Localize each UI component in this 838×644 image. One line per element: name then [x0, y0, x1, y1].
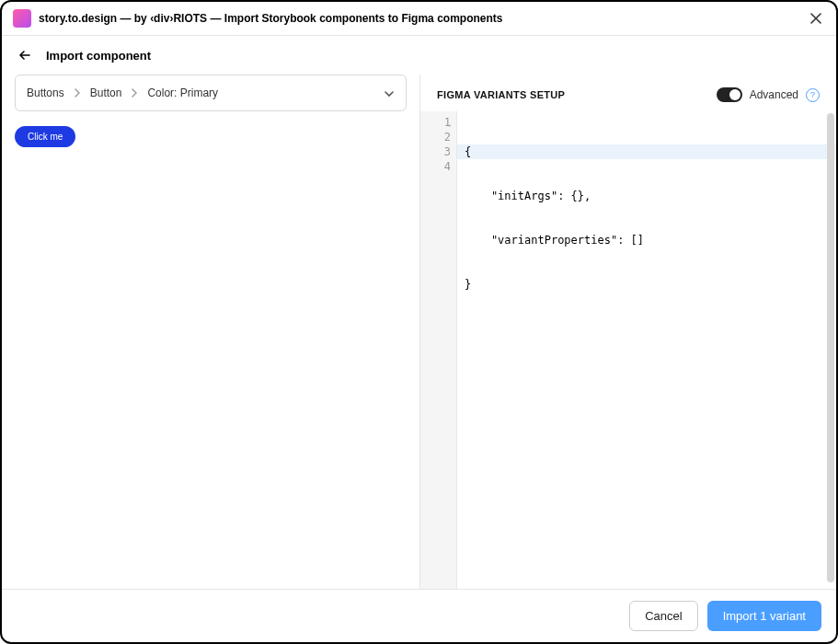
breadcrumb-item: Button — [90, 86, 122, 99]
close-icon — [809, 12, 822, 25]
close-button[interactable] — [807, 9, 825, 28]
code-editor[interactable]: 1⌄ 2 3 4 { "initArgs": {}, "variantPrope… — [420, 111, 836, 589]
help-button[interactable]: ? — [806, 88, 820, 102]
scrollbar[interactable] — [825, 111, 836, 589]
line-number: 2 — [420, 130, 451, 144]
page-title: Import component — [46, 49, 151, 63]
left-panel: Buttons Button Color: Primary Click me — [2, 75, 420, 589]
preview-button[interactable]: Click me — [15, 126, 75, 147]
variants-setup-title: FIGMA VARIANTS SETUP — [437, 89, 565, 100]
toggle-knob — [729, 89, 740, 100]
main-area: Buttons Button Color: Primary Click me — [2, 75, 836, 589]
window-title: story.to.design — by ‹div›RIOTS — Import… — [39, 12, 799, 25]
advanced-toggle[interactable] — [717, 87, 742, 102]
line-number: 4 — [420, 159, 451, 174]
chevron-right-icon — [131, 88, 138, 98]
gutter: 1⌄ 2 3 4 — [420, 111, 457, 589]
cancel-button[interactable]: Cancel — [629, 601, 697, 631]
breadcrumb-selector[interactable]: Buttons Button Color: Primary — [15, 75, 407, 111]
right-header: FIGMA VARIANTS SETUP Advanced ? — [420, 75, 836, 111]
advanced-label: Advanced — [750, 88, 798, 101]
titlebar: story.to.design — by ‹div›RIOTS — Import… — [2, 2, 836, 36]
line-number: 1⌄ — [420, 115, 451, 130]
line-number: 3 — [420, 144, 451, 159]
code-content[interactable]: { "initArgs": {}, "variantProperties": [… — [457, 111, 836, 589]
breadcrumb-item: Buttons — [27, 86, 64, 99]
app-icon — [13, 9, 31, 28]
back-button[interactable] — [17, 47, 33, 63]
code-line: "variantProperties": [] — [465, 233, 829, 247]
right-panel: FIGMA VARIANTS SETUP Advanced ? 1⌄ 2 3 — [420, 75, 836, 589]
scrollbar-thumb[interactable] — [827, 113, 834, 582]
subheader: Import component — [2, 36, 836, 75]
right-header-controls: Advanced ? — [717, 87, 820, 102]
chevron-right-icon — [74, 88, 81, 98]
help-icon: ? — [810, 90, 815, 99]
plugin-modal: story.to.design — by ‹div›RIOTS — Import… — [0, 0, 838, 644]
code-line: } — [465, 277, 829, 292]
component-preview: Click me — [15, 111, 407, 162]
import-button[interactable]: Import 1 variant — [707, 601, 821, 631]
chevron-down-icon — [384, 85, 395, 101]
breadcrumb: Buttons Button Color: Primary — [27, 86, 218, 99]
code-line: "initArgs": {}, — [465, 189, 829, 203]
breadcrumb-item: Color: Primary — [147, 86, 218, 99]
arrow-left-icon — [17, 48, 32, 63]
footer: Cancel Import 1 variant — [2, 589, 836, 642]
code-line: { — [457, 144, 836, 159]
